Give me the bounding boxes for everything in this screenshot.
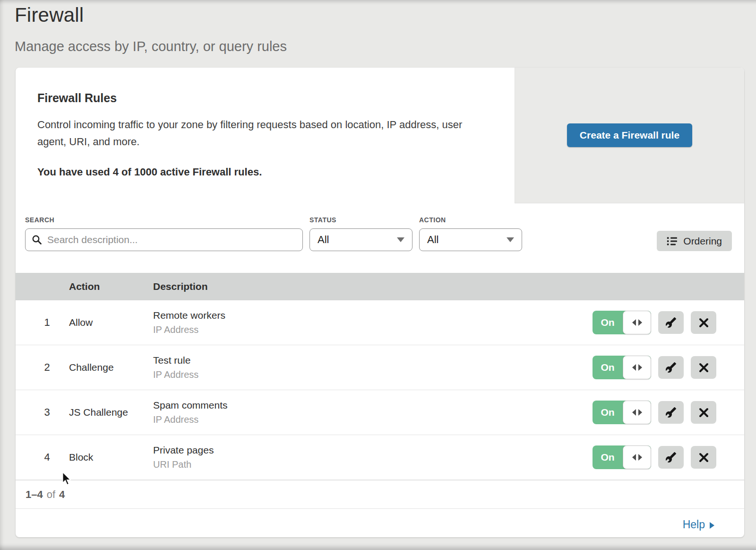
search-box bbox=[25, 228, 303, 251]
table-row: 2 Challenge Test rule IP Address On bbox=[16, 345, 744, 390]
rule-enabled-toggle[interactable]: On bbox=[593, 445, 651, 469]
rule-description-title: Spam comments bbox=[153, 400, 593, 411]
drag-left-icon bbox=[632, 409, 636, 416]
rule-description-cell: Test rule IP Address bbox=[153, 355, 593, 380]
search-label: SEARCH bbox=[25, 216, 303, 224]
rule-action-value: Allow bbox=[69, 317, 153, 328]
firewall-rules-card: Firewall Rules Control incoming traffic … bbox=[16, 68, 744, 537]
toggle-on-label: On bbox=[593, 356, 623, 379]
rule-action-value: Challenge bbox=[69, 362, 153, 373]
help-section: Help bbox=[16, 508, 744, 537]
toggle-handle[interactable] bbox=[623, 311, 651, 334]
section-heading: Firewall Rules bbox=[37, 91, 486, 105]
action-label: ACTION bbox=[419, 216, 522, 224]
create-firewall-rule-button[interactable]: Create a Firewall rule bbox=[567, 123, 692, 147]
rule-controls: On bbox=[593, 445, 716, 469]
toggle-handle[interactable] bbox=[623, 401, 651, 424]
filter-bar: SEARCH STATUS All ACTION All bbox=[16, 203, 744, 273]
rule-action-value: JS Challenge bbox=[69, 407, 153, 418]
table-row: 3 JS Challenge Spam comments IP Address … bbox=[16, 390, 744, 435]
search-filter-group: SEARCH bbox=[25, 216, 303, 251]
rule-enabled-toggle[interactable]: On bbox=[593, 401, 651, 424]
page-title: Firewall bbox=[15, 4, 287, 26]
close-icon bbox=[699, 453, 709, 463]
rule-priority-number: 4 bbox=[16, 451, 69, 463]
rule-controls: On bbox=[593, 401, 716, 424]
toggle-handle[interactable] bbox=[623, 445, 651, 469]
help-link-label: Help bbox=[683, 518, 705, 531]
rule-enabled-toggle[interactable]: On bbox=[593, 311, 651, 334]
drag-left-icon bbox=[632, 454, 636, 461]
page-header: Firewall Manage access by IP, country, o… bbox=[15, 4, 287, 54]
drag-right-icon bbox=[638, 409, 642, 416]
intro-text-block: Firewall Rules Control incoming traffic … bbox=[16, 68, 515, 203]
rule-priority-number: 2 bbox=[16, 361, 69, 374]
pagination-total: 4 bbox=[59, 489, 65, 501]
delete-rule-button[interactable] bbox=[691, 446, 716, 469]
delete-rule-button[interactable] bbox=[691, 311, 716, 334]
edit-rule-button[interactable] bbox=[658, 446, 684, 469]
intro-section: Firewall Rules Control incoming traffic … bbox=[16, 68, 744, 203]
drag-left-icon bbox=[632, 364, 636, 371]
edit-rule-button[interactable] bbox=[658, 311, 684, 334]
toggle-on-label: On bbox=[593, 401, 623, 424]
toggle-handle[interactable] bbox=[623, 356, 651, 379]
status-filter-group: STATUS All bbox=[309, 216, 412, 251]
close-icon bbox=[699, 363, 709, 373]
rule-enabled-toggle[interactable]: On bbox=[593, 356, 651, 379]
rules-list: 1 Allow Remote workers IP Address On bbox=[16, 300, 744, 480]
ordering-button-label: Ordering bbox=[683, 236, 722, 247]
rule-priority-number: 1 bbox=[16, 316, 69, 329]
status-label: STATUS bbox=[309, 216, 412, 224]
edit-rule-button[interactable] bbox=[658, 356, 684, 379]
rule-match-type: IP Address bbox=[153, 369, 593, 380]
wrench-icon bbox=[665, 452, 677, 463]
usage-summary: You have used 4 of 1000 active Firewall … bbox=[37, 166, 486, 178]
ordering-button[interactable]: Ordering bbox=[657, 231, 732, 251]
chevron-down-icon bbox=[397, 237, 404, 242]
close-icon bbox=[699, 318, 709, 328]
rule-match-type: IP Address bbox=[153, 324, 593, 335]
pagination-of: of bbox=[47, 489, 55, 501]
toggle-on-label: On bbox=[593, 445, 623, 469]
table-row: 4 Block Private pages URI Path On bbox=[16, 435, 744, 480]
search-icon bbox=[32, 235, 42, 245]
drag-right-icon bbox=[638, 364, 642, 371]
action-select[interactable]: All bbox=[419, 228, 522, 251]
rule-match-type: IP Address bbox=[153, 414, 593, 425]
close-icon bbox=[699, 408, 709, 418]
drag-right-icon bbox=[638, 454, 642, 461]
wrench-icon bbox=[665, 407, 677, 418]
section-description: Control incoming traffic to your zone by… bbox=[37, 116, 486, 150]
rule-description-title: Remote workers bbox=[153, 310, 593, 321]
ordered-list-icon bbox=[667, 236, 678, 246]
rule-description-cell: Private pages URI Path bbox=[153, 445, 593, 470]
column-header-action: Action bbox=[69, 281, 153, 292]
table-header-row: Action Description bbox=[16, 273, 744, 300]
rule-match-type: URI Path bbox=[153, 459, 593, 470]
wrench-icon bbox=[665, 362, 677, 373]
rule-description-title: Private pages bbox=[153, 445, 593, 456]
rule-description-cell: Spam comments IP Address bbox=[153, 400, 593, 425]
delete-rule-button[interactable] bbox=[691, 356, 716, 379]
search-input[interactable] bbox=[25, 228, 303, 251]
status-select[interactable]: All bbox=[309, 228, 412, 251]
action-selected-value: All bbox=[427, 234, 438, 246]
rule-description-cell: Remote workers IP Address bbox=[153, 310, 593, 335]
chevron-down-icon bbox=[507, 237, 514, 242]
rule-action-value: Block bbox=[69, 452, 153, 463]
create-rule-panel: Create a Firewall rule bbox=[515, 68, 744, 203]
drag-left-icon bbox=[632, 319, 636, 326]
delete-rule-button[interactable] bbox=[691, 401, 716, 424]
pagination-range: 1–4 bbox=[26, 489, 43, 501]
rule-description-title: Test rule bbox=[153, 355, 593, 366]
rule-controls: On bbox=[593, 356, 716, 379]
page-subtitle: Manage access by IP, country, or query r… bbox=[15, 39, 287, 54]
help-link[interactable]: Help bbox=[683, 518, 714, 531]
rule-priority-number: 3 bbox=[16, 406, 69, 419]
chevron-right-icon bbox=[710, 522, 714, 529]
drag-right-icon bbox=[638, 319, 642, 326]
status-selected-value: All bbox=[318, 234, 329, 246]
edit-rule-button[interactable] bbox=[658, 401, 684, 424]
toggle-on-label: On bbox=[593, 311, 623, 334]
